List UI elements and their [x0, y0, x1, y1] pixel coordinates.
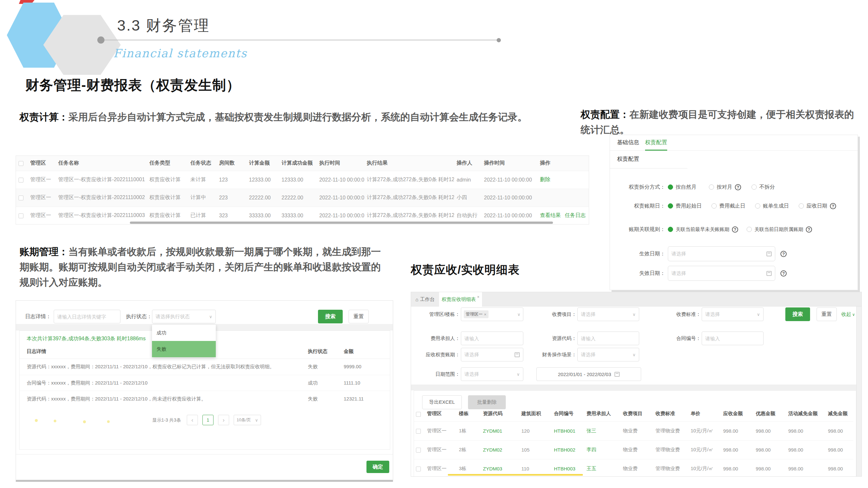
tab-basic-info[interactable]: 基础信息 [617, 135, 639, 150]
row-checkbox[interactable] [416, 429, 421, 434]
rule-dot-left [97, 36, 104, 43]
page-size-select[interactable]: 10条/页∨ [234, 415, 261, 425]
accrual-period-label: 应收权责账期： [411, 348, 460, 361]
window-bottom-edge [16, 480, 393, 482]
radio-bill-generated[interactable] [755, 203, 760, 208]
select-all-checkbox[interactable] [19, 161, 24, 166]
help-icon[interactable] [735, 184, 741, 190]
detail-tabbar: ⌂工作台 权责应收明细表× [411, 292, 862, 306]
billing-period-label: 账期管理： [20, 246, 68, 257]
log-detail-input[interactable] [54, 310, 120, 323]
task-col-result: 执行结果 [364, 156, 454, 171]
collapse-link[interactable]: 收起 ∨ [841, 307, 855, 321]
section-divider [610, 168, 687, 168]
radio-fee-start[interactable] [668, 203, 673, 208]
row-checkbox[interactable] [19, 177, 24, 183]
horizontal-scrollbar[interactable] [130, 222, 553, 224]
payer-link[interactable]: 张三 [585, 421, 621, 440]
effective-date-input[interactable]: 请选择 [668, 246, 775, 261]
dropdown-option-success[interactable]: 成功 [152, 325, 216, 341]
tab-accrual-config[interactable]: 权责配置 [645, 135, 667, 151]
calendar-icon [767, 271, 772, 276]
radio-by-month[interactable] [709, 185, 714, 190]
fee-item-select[interactable]: 请选择∨ [577, 307, 639, 321]
chevron-down-icon: ∨ [517, 312, 520, 317]
resource-input[interactable] [577, 331, 639, 345]
select-all-checkbox[interactable] [416, 412, 421, 417]
period-day-label: 权责账期日： [618, 203, 665, 209]
dropdown-option-fail[interactable]: 失败 [152, 341, 216, 357]
date-range-picker[interactable]: 2022/01/01 - 2022/02/03 [536, 367, 641, 381]
task-table-row: 管理区一 管理区一-权责应收计算-20221110002 权责应收计算 计算中 … [16, 189, 589, 206]
pagination-summary: 显示1-3 共3条 [152, 417, 181, 423]
rule-dot-right [497, 38, 501, 42]
region-tag[interactable]: 管理区一× [464, 311, 489, 318]
tab-workbench[interactable]: ⌂工作台 [411, 292, 439, 306]
radio-fee-end[interactable] [711, 203, 717, 208]
finance-scene-select[interactable]: 请选择∨ [577, 348, 639, 361]
prev-page-button[interactable]: ‹ [187, 415, 198, 425]
contract-link[interactable]: HTBH001 [552, 421, 585, 440]
next-page-button[interactable]: › [218, 415, 229, 425]
date-range-type-select[interactable]: 请选择∨ [461, 367, 523, 381]
exec-status-label: 执行状态： [126, 310, 152, 323]
annotation-dot [54, 420, 56, 422]
task-col-type: 任务类型 [147, 156, 188, 171]
chevron-down-icon: ∨ [209, 314, 212, 319]
help-icon[interactable] [732, 226, 738, 233]
delete-link[interactable]: 删除 [540, 177, 550, 182]
billing-period-text: 当有账单或者收款后，按规则收款最新一期属于哪个账期，就生成到那一期账期。账期可按… [20, 246, 381, 288]
confirm-button[interactable]: 确定 [367, 461, 389, 473]
yellow-highlight-underline [448, 474, 583, 476]
exec-status-select[interactable]: 请选择执行状态 ∨ [152, 310, 216, 323]
row-checkbox[interactable] [19, 196, 24, 200]
radio-natural-month[interactable] [668, 185, 673, 190]
row-checkbox[interactable] [19, 214, 24, 218]
contract-link[interactable]: HTBH002 [552, 440, 585, 459]
radio-earliest-open-period[interactable] [668, 227, 673, 232]
accrual-period-picker[interactable]: 请选择 [461, 348, 523, 361]
gray-separator [411, 385, 862, 390]
config-tabbar: 基础信息 权责配置 [610, 135, 858, 151]
log-search-button[interactable]: 搜索 [318, 310, 343, 323]
chevron-down-icon: ∨ [517, 372, 520, 377]
row-checkbox[interactable] [416, 466, 421, 471]
detail-reset-button[interactable]: 重置 [816, 307, 837, 321]
radio-receivable-date[interactable] [799, 203, 804, 208]
resource-code-link[interactable]: ZYDM02 [481, 440, 520, 459]
region-select[interactable]: 管理区一× ∨ [461, 307, 523, 321]
view-result-link[interactable]: 查看结果 [540, 213, 561, 218]
contract-input[interactable] [702, 331, 764, 345]
config-panel: 基础信息 权责配置 权责配置 权责拆分方式： 按自然月 按对月 不拆分 权责账期… [610, 135, 858, 290]
payer-link[interactable]: 李四 [585, 440, 621, 459]
tab-detail-report[interactable]: 权责应收明细表× [439, 292, 482, 306]
payer-link[interactable]: 王五 [585, 459, 621, 477]
log-row: 资源代码：xxxxxx，费用期间：2022/11/11 - 2022/12/10… [20, 359, 390, 375]
help-icon[interactable] [806, 226, 812, 233]
accrual-calc-label: 权责计算： [20, 111, 68, 122]
current-page-button[interactable]: 1 [203, 415, 214, 425]
fee-std-select[interactable]: 请选择∨ [702, 307, 764, 321]
task-log-link[interactable]: 任务日志 [565, 213, 586, 218]
accrual-calc-text: 采用后台异步自动计算方式完成，基础按权责发生制规则进行数据分析，系统的自动计算会… [68, 111, 527, 122]
help-icon[interactable] [780, 270, 787, 276]
payer-input[interactable] [461, 331, 523, 345]
help-icon[interactable] [780, 251, 787, 257]
detail-search-button[interactable]: 搜索 [785, 307, 810, 321]
close-icon[interactable]: × [477, 295, 479, 299]
billing-period-paragraph: 账期管理：当有账单或者收款后，按规则收款最新一期属于哪个账期，就生成到那一期账期… [20, 244, 387, 290]
split-mode-row: 权责拆分方式： 按自然月 按对月 不拆分 [618, 181, 855, 194]
help-icon[interactable] [830, 203, 836, 209]
row-checkbox[interactable] [416, 448, 421, 453]
resource-label: 资源代码： [528, 331, 577, 345]
expire-date-input[interactable]: 请选择 [668, 266, 775, 281]
radio-no-split[interactable] [751, 185, 757, 190]
tag-close-icon[interactable]: × [484, 312, 487, 317]
annotation-dot [83, 420, 86, 423]
radio-current-date-period[interactable] [747, 227, 752, 232]
task-table-header-row: 管理区 任务名称 任务类型 任务状态 房间数 计算金额 计算成功金额 执行时间 … [16, 156, 589, 171]
vertical-scrollbar[interactable] [856, 306, 862, 477]
log-reset-button[interactable]: 重置 [348, 310, 369, 323]
resource-code-link[interactable]: ZYDM01 [481, 421, 520, 440]
detail-table-card: 导出EXCEL 批量删除 管理区 楼栋 资源代码 建筑面积 合同编号 费用承担人… [414, 390, 856, 477]
